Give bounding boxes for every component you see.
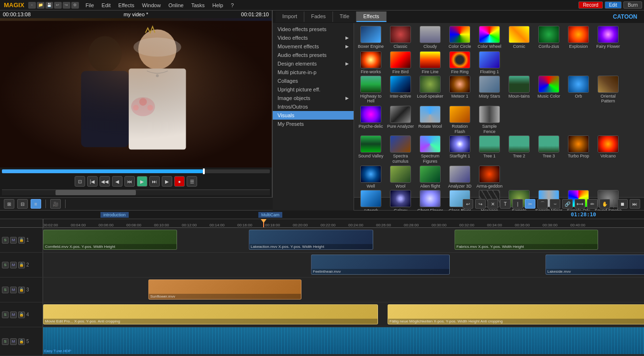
menu-multi-pip[interactable]: Multi picture-in-p bbox=[273, 68, 354, 77]
track-4-m-btn[interactable]: M bbox=[10, 312, 17, 318]
effect-wool[interactable]: Wool bbox=[387, 166, 414, 189]
menu-presets[interactable]: My Presets bbox=[273, 120, 354, 128]
menu-video-presets[interactable]: Video effects presets bbox=[273, 25, 354, 33]
effect-misty[interactable]: Misty Stars bbox=[476, 76, 503, 104]
open-icon[interactable]: 📁 bbox=[37, 2, 44, 9]
effect-music-color[interactable]: Music Color bbox=[535, 76, 563, 104]
effect-explosion[interactable]: Explosion bbox=[565, 26, 592, 49]
track-3-m-btn[interactable]: M bbox=[10, 287, 17, 293]
tool-marker[interactable]: | bbox=[512, 199, 523, 209]
effect-well[interactable]: Well bbox=[357, 166, 385, 189]
track-4-content[interactable]: Movie Edit Pro... X-pos. Y-pos. Anti cro… bbox=[43, 302, 644, 327]
tool-list[interactable]: ≡ bbox=[31, 199, 41, 209]
settings-icon[interactable]: ⚙ bbox=[71, 2, 79, 9]
tool-cut[interactable]: ✂ bbox=[525, 199, 535, 209]
track-3-content[interactable]: Sunflower.mvv bbox=[43, 278, 644, 302]
prev-frame-btn[interactable]: ◀ bbox=[112, 176, 122, 187]
track-1-content[interactable]: Cornfield.mvv X-pos. Y-pos. Width Height… bbox=[43, 228, 644, 252]
effect-sample-fence[interactable]: Sample Fence bbox=[476, 106, 503, 134]
track-1-s-btn[interactable]: S bbox=[2, 237, 9, 244]
effect-spectra[interactable]: Spectra cumulus bbox=[387, 135, 414, 164]
track-5-content[interactable]: Easy Tune.HDP bbox=[43, 327, 644, 354]
effect-color-circle[interactable]: Color Circle bbox=[446, 26, 474, 49]
track-2-content[interactable]: Feelintheair.mvv Lakeside.mvv bbox=[43, 253, 644, 277]
menu-design[interactable]: Design elements▶ bbox=[273, 59, 354, 68]
menu-effects[interactable]: Effects bbox=[114, 1, 138, 9]
menu-upright[interactable]: Upright picture eff. bbox=[273, 85, 354, 94]
record-button[interactable]: Record bbox=[578, 1, 602, 9]
tab-effects[interactable]: Effects bbox=[356, 11, 386, 22]
effect-floating[interactable]: Floating 1 bbox=[476, 51, 503, 75]
prev-btn[interactable]: ⏮ bbox=[124, 176, 135, 187]
effect-tree3[interactable]: Tree 3 bbox=[535, 135, 563, 164]
record-btn[interactable]: ● bbox=[174, 176, 185, 187]
effect-psychedelic[interactable]: Psyche-delic bbox=[357, 106, 385, 134]
clip-lakeaction[interactable]: Lakeaction.mvv X-pos. Y-pos. Width Heigh… bbox=[249, 230, 373, 250]
playhead[interactable] bbox=[263, 219, 264, 227]
undo-icon[interactable]: ↩ bbox=[54, 2, 62, 9]
tab-import[interactable]: Import bbox=[276, 11, 304, 22]
menu-online[interactable]: Online bbox=[165, 1, 188, 9]
effect-fireworks[interactable]: Fire-works bbox=[357, 51, 385, 75]
track-1-m-btn[interactable]: M bbox=[10, 237, 17, 244]
tab-title[interactable]: Title bbox=[333, 11, 356, 22]
menu-video-effects[interactable]: Video effects▶ bbox=[273, 33, 354, 42]
tool-end[interactable]: ⏭ bbox=[630, 199, 640, 209]
track-4-lock-btn[interactable]: 🔒 bbox=[18, 312, 25, 318]
track-2-s-btn[interactable]: S bbox=[2, 262, 9, 268]
effect-fairy[interactable]: Fairy Flower bbox=[594, 26, 622, 49]
effect-rotate[interactable]: Rotate Wool bbox=[416, 106, 444, 134]
effect-rotation[interactable]: Rotation Flash bbox=[446, 106, 474, 134]
effect-spectrum[interactable]: Spectrum Figures bbox=[416, 135, 444, 164]
edit-button[interactable]: Edit bbox=[605, 1, 622, 9]
track-5-lock-btn[interactable]: 🔒 bbox=[18, 338, 25, 345]
track-2-lock-btn[interactable]: 🔒 bbox=[18, 262, 25, 268]
clip-feelintheair[interactable]: Feelintheair.mvv bbox=[311, 255, 450, 275]
clip-cornfield[interactable]: Cornfield.mvv X-pos. Y-pos. Width Height bbox=[43, 230, 177, 250]
tab-fades[interactable]: Fades bbox=[304, 11, 333, 22]
effect-alien[interactable]: Alien flight bbox=[416, 166, 444, 189]
menu-question[interactable]: ? bbox=[227, 1, 237, 9]
effect-highway[interactable]: Highway to Hell bbox=[357, 76, 385, 104]
tool-curve2[interactable]: ⌣ bbox=[550, 199, 560, 209]
effect-interactive[interactable]: Inter-active bbox=[387, 76, 414, 104]
menu-file[interactable]: File bbox=[82, 1, 98, 9]
effect-fire-ring[interactable]: Fire Ring bbox=[446, 51, 474, 75]
play-btn[interactable]: ▶ bbox=[137, 176, 147, 187]
effect-boxer[interactable]: Boxer Engine bbox=[357, 26, 385, 49]
rewind-start-btn[interactable]: |◀ bbox=[87, 176, 98, 187]
track-5-s-btn[interactable]: S bbox=[2, 338, 9, 345]
effect-pure[interactable]: Pure Analyzer bbox=[387, 106, 414, 134]
effect-fire-line[interactable]: Fire Line bbox=[416, 51, 444, 75]
timeline-ruler[interactable]: 00:02:00 00:04:00 00:06:00 00:08:00 00:1… bbox=[0, 219, 644, 228]
menu-tasks[interactable]: Tasks bbox=[188, 1, 209, 9]
monitor-btn[interactable]: ⊡ bbox=[75, 176, 85, 187]
menu-btn[interactable]: ☰ bbox=[187, 176, 197, 187]
effect-cloudy[interactable]: Cloudy bbox=[416, 26, 444, 49]
tool-link[interactable]: 🔗 bbox=[562, 199, 573, 209]
menu-help[interactable]: Help bbox=[209, 1, 227, 9]
track-2-m-btn[interactable]: M bbox=[10, 262, 17, 268]
clip-movie-edit[interactable]: Movie Edit Pro... X-pos. Y-pos. Anti cro… bbox=[43, 304, 378, 324]
menu-intros[interactable]: Intros/Outros bbox=[273, 102, 354, 111]
clip-fallig[interactable]: Fällig neue Möglichkeiten X-pos. Y-pos. … bbox=[388, 304, 644, 324]
effect-loudspeaker[interactable]: Loud-speaker bbox=[416, 76, 444, 104]
effect-turbo[interactable]: Turbo Prop bbox=[565, 135, 592, 164]
menu-movement[interactable]: Movement effects▶ bbox=[273, 42, 354, 51]
tool-text[interactable]: T bbox=[500, 199, 511, 209]
effect-classic[interactable]: Classic bbox=[387, 26, 414, 49]
progress-bar[interactable] bbox=[2, 169, 270, 173]
tool-stop-r[interactable]: ⏹ bbox=[617, 199, 628, 209]
effect-meteor[interactable]: Meteor 1 bbox=[446, 76, 474, 104]
effect-starflight[interactable]: Starflight 1 bbox=[446, 135, 474, 164]
preview-scrollbar[interactable] bbox=[2, 189, 270, 195]
track-3-s-btn[interactable]: S bbox=[2, 287, 9, 293]
tool-redo[interactable]: ↪ bbox=[475, 199, 486, 209]
effect-mountains[interactable]: Moun-tains bbox=[505, 76, 533, 104]
tool-undo[interactable]: ↩ bbox=[463, 199, 473, 209]
redo-icon[interactable]: ↪ bbox=[63, 2, 70, 9]
tool-pan[interactable]: ✋ bbox=[600, 199, 610, 209]
burn-button[interactable]: Burn bbox=[623, 1, 642, 9]
menu-window[interactable]: Window bbox=[138, 1, 165, 9]
menu-collages[interactable]: Collages bbox=[273, 77, 354, 85]
